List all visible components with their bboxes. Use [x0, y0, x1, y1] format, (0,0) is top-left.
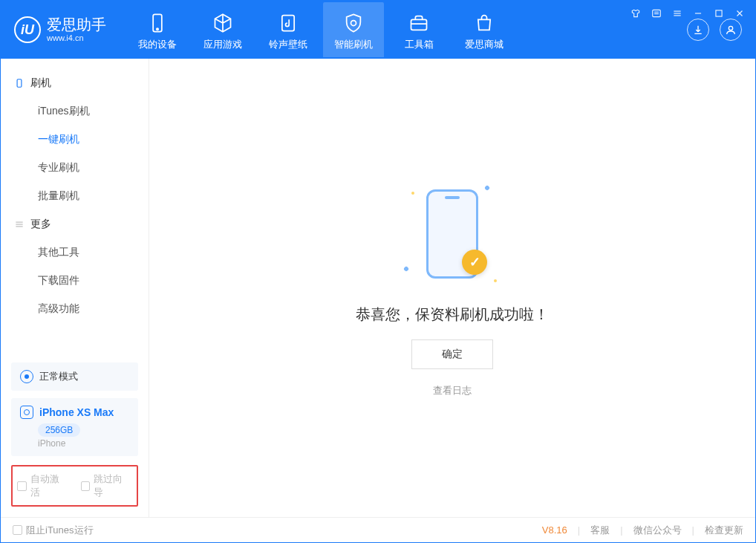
maximize-icon[interactable] — [714, 8, 724, 21]
refresh-shield-icon — [343, 13, 364, 33]
version-label: V8.16 — [542, 524, 567, 536]
sidebar-section-flash: 刷机 — [1, 69, 149, 97]
nav-label: 应用游戏 — [203, 38, 242, 51]
nav-label: 智能刷机 — [334, 38, 373, 51]
svg-rect-15 — [17, 79, 22, 88]
toolbox-icon — [408, 13, 429, 33]
nav-store[interactable]: 爱思商城 — [454, 2, 515, 57]
sidebar-item-batch-flash[interactable]: 批量刷机 — [1, 182, 149, 210]
success-illustration: ✓ — [397, 178, 508, 290]
checkbox-label: 跳过向导 — [94, 472, 132, 499]
brand: iU 爱思助手 www.i4.cn — [14, 16, 106, 43]
nav-label: 工具箱 — [405, 38, 434, 51]
check-badge-icon: ✓ — [462, 250, 487, 275]
customer-service-link[interactable]: 客服 — [590, 524, 610, 537]
nav-toolbox[interactable]: 工具箱 — [388, 2, 449, 57]
nav-my-device[interactable]: 我的设备 — [127, 2, 188, 57]
nav-label: 铃声壁纸 — [269, 38, 307, 51]
menu-icon[interactable] — [672, 8, 682, 21]
svg-rect-7 — [716, 10, 722, 16]
sidebar-section-more: 更多 — [1, 210, 149, 238]
download-icon — [692, 24, 704, 36]
nav-smart-flash[interactable]: 智能刷机 — [323, 2, 384, 57]
cube-icon — [212, 13, 233, 33]
music-file-icon — [278, 13, 299, 33]
device-icon — [20, 406, 33, 419]
sidebar: 刷机 iTunes刷机 一键刷机 专业刷机 批量刷机 更多 其他工具 下载固件 … — [1, 59, 149, 517]
section-label: 刷机 — [30, 77, 51, 90]
sidebar-item-pro-flash[interactable]: 专业刷机 — [1, 154, 149, 182]
mode-card[interactable]: 正常模式 — [11, 362, 138, 391]
svg-rect-13 — [411, 19, 427, 30]
main-nav: 我的设备 应用游戏 铃声壁纸 智能刷机 工具箱 爱思商城 — [127, 2, 515, 57]
checkbox-auto-activate[interactable]: 自动激活 — [17, 472, 69, 499]
highlighted-options: 自动激活 跳过向导 — [11, 465, 138, 507]
minimize-icon[interactable] — [693, 8, 703, 21]
mode-icon — [20, 370, 33, 383]
sparkle-icon — [411, 192, 414, 195]
shirt-icon[interactable] — [630, 8, 641, 21]
device-icon — [14, 78, 25, 88]
more-icon — [14, 219, 25, 230]
sidebar-item-download-firmware[interactable]: 下载固件 — [1, 267, 149, 295]
view-log-link[interactable]: 查看日志 — [433, 384, 472, 397]
nav-apps-games[interactable]: 应用游戏 — [192, 2, 253, 57]
app-window: iU 爱思助手 www.i4.cn 我的设备 应用游戏 铃声壁纸 智能刷机 — [0, 0, 756, 543]
main-content: ✓ 恭喜您，保资料刷机成功啦！ 确定 查看日志 — [149, 59, 755, 517]
sidebar-item-itunes-flash[interactable]: iTunes刷机 — [1, 97, 149, 126]
bag-icon — [474, 13, 495, 33]
sparkle-icon — [494, 279, 497, 282]
download-button[interactable] — [687, 19, 709, 41]
nav-label: 我的设备 — [138, 38, 177, 51]
nav-label: 爱思商城 — [465, 38, 504, 51]
sidebar-item-advanced[interactable]: 高级功能 — [1, 295, 149, 323]
checkbox-block-itunes[interactable]: 阻止iTunes运行 — [13, 524, 94, 537]
checkbox-skip-guide[interactable]: 跳过向导 — [81, 472, 133, 499]
statusbar: 阻止iTunes运行 V8.16 | 客服 | 微信公众号 | 检查更新 — [1, 517, 755, 542]
sidebar-item-other-tools[interactable]: 其他工具 — [1, 238, 149, 267]
close-icon[interactable] — [734, 8, 745, 21]
device-card[interactable]: iPhone XS Max 256GB iPhone — [11, 398, 138, 456]
wechat-link[interactable]: 微信公众号 — [633, 524, 682, 537]
checkbox-icon — [81, 481, 91, 491]
nav-ringtones[interactable]: 铃声壁纸 — [258, 2, 319, 57]
sparkle-icon — [484, 185, 490, 191]
device-type: iPhone — [38, 438, 129, 449]
device-name: iPhone XS Max — [39, 406, 114, 418]
sparkle-icon — [403, 266, 409, 272]
brand-logo-icon: iU — [14, 16, 41, 43]
checkbox-label: 自动激活 — [30, 472, 69, 499]
success-message: 恭喜您，保资料刷机成功啦！ — [356, 305, 549, 325]
window-controls — [630, 8, 745, 21]
brand-title: 爱思助手 — [47, 16, 106, 33]
brand-subtitle: www.i4.cn — [47, 33, 106, 43]
checkbox-label: 阻止iTunes运行 — [26, 524, 94, 537]
account-button[interactable] — [720, 19, 742, 41]
checkbox-icon — [17, 481, 27, 491]
list-icon[interactable] — [651, 8, 662, 21]
section-label: 更多 — [30, 218, 51, 231]
header-right — [687, 19, 742, 41]
phone-icon — [147, 13, 168, 33]
sidebar-item-oneclick-flash[interactable]: 一键刷机 — [1, 126, 149, 154]
svg-point-11 — [157, 28, 158, 30]
checkbox-icon — [13, 525, 22, 535]
check-update-link[interactable]: 检查更新 — [705, 524, 743, 537]
storage-badge: 256GB — [38, 423, 80, 437]
user-icon — [725, 24, 737, 36]
confirm-button[interactable]: 确定 — [411, 339, 493, 369]
svg-rect-12 — [282, 16, 294, 31]
svg-point-14 — [729, 26, 732, 30]
mode-label: 正常模式 — [39, 370, 78, 383]
